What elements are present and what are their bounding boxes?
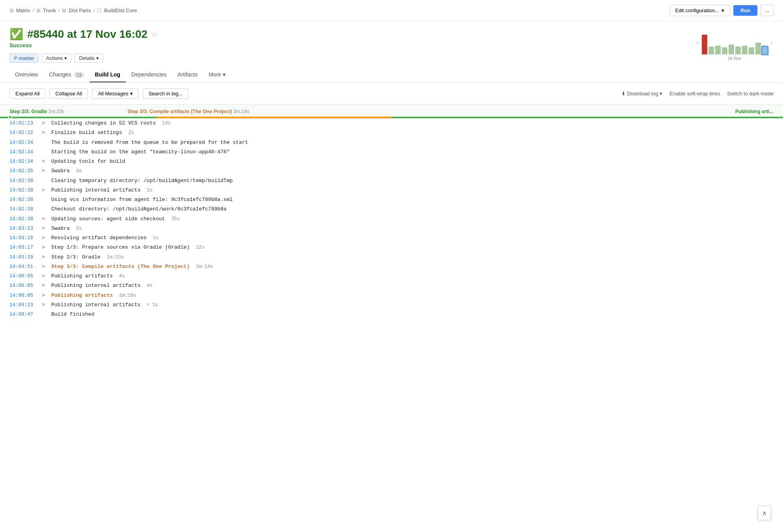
log-line: 14:02:34The build is removed from the qu… <box>9 138 774 147</box>
chart-bar-0[interactable] <box>702 35 707 54</box>
chart-next-arrow[interactable]: › <box>770 38 774 47</box>
actions-label: Actions <box>46 55 63 61</box>
log-line: 14:08:05>Publishing internal artifacts4s <box>9 281 774 290</box>
log-line: 14:03:13>Swabra3s <box>9 224 774 233</box>
breadcrumb: ⊞ Matrix / ⊞ Trunk / ⊞ Dist Parts / ☐ Bu… <box>9 7 137 13</box>
tab-more[interactable]: More ▾ <box>203 67 231 82</box>
collapse-all-button[interactable]: Collapse All <box>49 88 88 99</box>
breadcrumb-trunk[interactable]: Trunk <box>43 7 56 13</box>
chart-bar-7[interactable] <box>749 47 754 54</box>
log-time: 14:02:34 <box>9 158 37 166</box>
log-expand-icon[interactable]: > <box>42 128 47 137</box>
breadcrumb-dist-parts[interactable]: Dist Parts <box>69 7 91 13</box>
log-line: 14:02:38Clearing temporary directory: /o… <box>9 176 774 186</box>
log-right-actions: ⬇ Download log ▾ Enable soft-wrap lines … <box>621 91 774 97</box>
favorite-star-icon[interactable]: ☆ <box>151 30 158 39</box>
log-text: Swabra <box>51 224 70 233</box>
log-expand-icon[interactable]: > <box>42 301 47 309</box>
log-duration: 1s <box>147 186 152 194</box>
chart-bar-6[interactable] <box>742 46 748 54</box>
log-duration: 4s <box>147 282 152 290</box>
log-expand-icon[interactable]: > <box>42 157 47 166</box>
more-button[interactable]: ... <box>761 5 774 16</box>
tabs-bar: Overview Changes 11 Build Log Dependenci… <box>0 67 783 83</box>
build-status: Success <box>9 42 158 48</box>
log-time: 14:08:05 <box>9 272 37 281</box>
tab-artifacts[interactable]: Artifacts <box>172 67 203 82</box>
chart-bar-5[interactable] <box>735 47 741 54</box>
timeline-step3: Step 3/3: Compile artifacts (The One Pro… <box>128 109 250 114</box>
log-text: Step 1/3: Prepare sources via Gradle (Gr… <box>51 243 190 252</box>
log-time: 14:09:47 <box>9 311 37 319</box>
details-button[interactable]: Details ▾ <box>75 54 103 63</box>
log-duration: 3s <box>76 225 82 233</box>
edit-config-button[interactable]: Edit configuration... ▾ <box>669 5 730 16</box>
breadcrumb-builddist-core[interactable]: BuildDist Core <box>104 7 137 13</box>
log-duration: 35s <box>172 215 180 223</box>
log-duration: 14s <box>162 119 171 127</box>
log-expand-icon[interactable]: > <box>42 272 47 281</box>
log-text: Publishing internal artifacts <box>51 301 140 309</box>
log-text: The build is removed from the queue to b… <box>51 138 248 147</box>
log-expand-icon[interactable]: > <box>42 281 47 290</box>
log-text: Updating sources: agent side checkout <box>51 215 165 223</box>
log-duration: 12s <box>196 244 205 251</box>
tab-dependencies[interactable]: Dependencies <box>126 67 172 82</box>
run-button[interactable]: Run <box>733 5 757 16</box>
log-time: 14:03:13 <box>9 225 37 233</box>
log-text: Publishing internal artifacts <box>51 186 140 195</box>
log-duration: 4s <box>119 272 125 280</box>
timeline-publishing: Publishing arti... <box>735 109 774 114</box>
chart-bar-8[interactable] <box>755 43 761 54</box>
log-text: Publishing internal artifacts <box>51 281 140 290</box>
download-log-link[interactable]: ⬇ Download log ▾ <box>621 91 663 97</box>
log-line: 14:02:38>Updating sources: agent side ch… <box>9 214 774 224</box>
log-expand-icon[interactable]: > <box>42 243 47 252</box>
breadcrumb-sep-3: / <box>93 7 95 13</box>
expand-all-button[interactable]: Expand All <box>9 88 45 99</box>
tab-overview[interactable]: Overview <box>9 67 43 82</box>
log-line: 14:03:17>Step 1/3: Prepare sources via G… <box>9 243 774 252</box>
chart-prev-arrow[interactable]: ‹ <box>695 38 699 47</box>
log-time: 14:02:38 <box>9 205 37 214</box>
log-text: Collecting changes in 52 VCS roots <box>51 119 156 128</box>
log-time: 14:01:13 <box>9 119 37 128</box>
log-line: 14:08:05>Publishing artifacts1m:18s <box>9 291 774 300</box>
chart-bar-4[interactable] <box>729 45 734 54</box>
log-expand-icon[interactable]: > <box>42 224 47 233</box>
build-history-chart: ‹ › 16 Nov <box>695 28 774 61</box>
log-expand-icon[interactable]: > <box>42 253 47 262</box>
log-expand-icon[interactable]: > <box>42 215 47 223</box>
log-expand-icon[interactable]: > <box>42 291 47 300</box>
actions-button[interactable]: Actions ▾ <box>42 54 72 63</box>
build-id: #85440 at 17 Nov 16:02 <box>27 28 147 41</box>
log-expand-icon[interactable]: > <box>42 262 47 271</box>
actions-chevron-icon: ▾ <box>64 55 67 61</box>
log-expand-icon[interactable]: > <box>42 119 47 128</box>
search-in-log-button[interactable]: Search in log... <box>143 88 189 99</box>
all-messages-button[interactable]: All Messages ▾ <box>92 88 138 99</box>
log-expand-icon[interactable]: > <box>42 186 47 195</box>
enable-soft-wrap-link[interactable]: Enable soft-wrap lines <box>669 91 720 97</box>
tab-build-log[interactable]: Build Log <box>89 67 126 82</box>
chart-bar-2[interactable] <box>715 46 721 54</box>
log-content: 14:01:13>Collecting changes in 52 VCS ro… <box>0 119 783 319</box>
breadcrumb-matrix[interactable]: Matrix <box>16 7 30 13</box>
chart-bar-3[interactable] <box>722 47 727 54</box>
log-time: 14:02:38 <box>9 215 37 223</box>
log-line: 14:01:13>Collecting changes in 52 VCS ro… <box>9 119 774 128</box>
log-expand-icon[interactable]: > <box>42 167 47 175</box>
branch-tag[interactable]: 𝜗 master <box>9 53 39 63</box>
switch-dark-mode-link[interactable]: Switch to dark mode <box>727 91 774 97</box>
log-text: Step 2/3: Gradle <box>51 253 101 262</box>
log-time: 14:02:35 <box>9 167 37 175</box>
download-chevron-icon: ▾ <box>660 91 662 97</box>
tab-changes[interactable]: Changes 11 <box>43 67 89 82</box>
success-check-icon: ✅ <box>9 28 23 41</box>
log-text: Build finished <box>51 310 94 319</box>
chart-bar-9[interactable] <box>762 47 768 54</box>
log-expand-icon[interactable]: > <box>42 234 47 242</box>
chart-bar-1[interactable] <box>708 47 714 54</box>
log-text: Resolving artifact dependencies <box>51 234 147 242</box>
log-line: 14:08:05>Publishing artifacts4s <box>9 272 774 281</box>
